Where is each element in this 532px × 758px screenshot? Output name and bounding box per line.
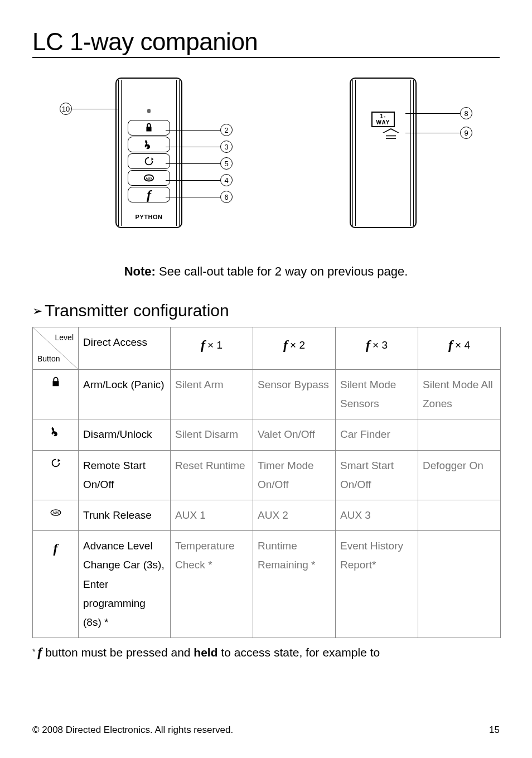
table-cell: AUX 1 xyxy=(171,500,253,530)
table-row: Remote Start On/OffReset RuntimeTimer Mo… xyxy=(33,450,501,500)
start-icon xyxy=(143,155,155,167)
table-cell: Runtime Remaining * xyxy=(253,531,336,638)
remote-back-view: 1-WAY 8 9 xyxy=(294,75,472,242)
lock-button xyxy=(128,120,170,136)
table-row: Disarm/UnlockSilent DisarmValet On/OffCa… xyxy=(33,419,501,450)
table-cell: AUX 3 xyxy=(336,500,418,530)
callout-5: 5 xyxy=(220,157,233,170)
remote-diagrams: AUX f PYTHON 10 2 3 5 4 6 1-WAY xyxy=(32,75,500,242)
table-cell: Disarm/Unlock xyxy=(79,419,171,450)
row-icon-cell xyxy=(33,370,79,419)
led-indicator xyxy=(147,109,151,113)
table-cell: Valet On/Off xyxy=(253,419,336,450)
remote-front-view: AUX f PYTHON 10 2 3 5 4 6 xyxy=(60,75,238,242)
section-heading: ➢Transmitter configuration xyxy=(32,301,500,320)
table-cell: Remote Start On/Off xyxy=(79,450,171,500)
th-f2: f× 2 xyxy=(253,327,336,370)
note-text: Note: See call-out table for 2 way on pr… xyxy=(32,264,500,279)
table-cell: Silent Arm xyxy=(171,370,253,419)
callout-4: 4 xyxy=(220,174,233,186)
row-icon-cell xyxy=(33,450,79,500)
table-row: Arm/Lock (Panic)Silent ArmSensor BypassS… xyxy=(33,370,501,419)
table-cell: Car Finder xyxy=(336,419,418,450)
table-cell: Sensor Bypass xyxy=(253,370,336,419)
th-direct-access: Direct Access xyxy=(79,327,171,370)
table-row: AUXTrunk ReleaseAUX 1AUX 2AUX 3 xyxy=(33,500,501,530)
lock-icon xyxy=(50,376,62,388)
th-f1: f× 1 xyxy=(171,327,253,370)
aux-icon: AUX xyxy=(143,172,155,184)
page-number: 15 xyxy=(489,725,500,736)
footnote: * f button must be pressed and held to a… xyxy=(32,645,500,660)
callout-2: 2 xyxy=(220,124,233,136)
table-cell: Timer Mode On/Off xyxy=(253,450,336,500)
key-icon xyxy=(50,426,62,438)
copyright-text: © 2008 Directed Electronics. All rights … xyxy=(32,725,233,736)
lock-icon xyxy=(143,122,155,134)
callout-3: 3 xyxy=(220,141,233,153)
f-button: f xyxy=(128,187,170,202)
th-diagonal: Level Button xyxy=(33,327,79,370)
page-footer: © 2008 Directed Electronics. All rights … xyxy=(32,725,500,736)
arrow-icon: ➢ xyxy=(32,304,42,318)
svg-text:AUX: AUX xyxy=(146,177,152,180)
unlock-icon xyxy=(143,138,155,151)
aux-icon: AUX xyxy=(50,506,62,519)
config-table: Level Button Direct Access f× 1 f× 2 f× … xyxy=(32,327,501,638)
table-cell: Silent Mode Sensors xyxy=(336,370,418,419)
table-cell: Defogger On xyxy=(418,450,501,500)
brand-label: PYTHON xyxy=(123,214,175,220)
table-cell: Advance Level Change Car (3s), Enter pro… xyxy=(79,531,171,638)
start-icon xyxy=(50,457,62,469)
row-icon-cell xyxy=(33,419,79,450)
callout-9: 9 xyxy=(460,127,472,139)
table-cell: Smart Start On/Off xyxy=(336,450,418,500)
f-icon: f xyxy=(54,541,58,556)
svg-text:AUX: AUX xyxy=(52,511,59,514)
th-f3: f× 3 xyxy=(336,327,418,370)
table-cell: Reset Runtime xyxy=(171,450,253,500)
callout-6: 6 xyxy=(220,191,233,203)
page-title: LC 1-way companion xyxy=(32,28,500,58)
table-cell: Silent Disarm xyxy=(171,419,253,450)
th-f4: f× 4 xyxy=(418,327,501,370)
table-cell: AUX 2 xyxy=(253,500,336,530)
aux-button: AUX xyxy=(128,170,170,186)
one-way-label: 1-WAY xyxy=(371,112,395,127)
table-cell: Silent Mode All Zones xyxy=(418,370,501,419)
callout-8: 8 xyxy=(460,107,472,119)
unlock-button xyxy=(128,137,170,152)
callout-10: 10 xyxy=(60,103,72,115)
table-cell: Temperature Check * xyxy=(171,531,253,638)
table-cell: Trunk Release xyxy=(79,500,171,530)
row-icon-cell: AUX xyxy=(33,500,79,530)
table-cell xyxy=(418,531,501,638)
table-row: fAdvance Level Change Car (3s), Enter pr… xyxy=(33,531,501,638)
table-cell: Arm/Lock (Panic) xyxy=(79,370,171,419)
row-icon-cell: f xyxy=(33,531,79,638)
table-cell xyxy=(418,500,501,530)
start-button xyxy=(128,153,170,169)
table-cell xyxy=(418,419,501,450)
battery-cover-icon xyxy=(383,128,399,137)
table-cell: Event History Report* xyxy=(336,531,418,638)
